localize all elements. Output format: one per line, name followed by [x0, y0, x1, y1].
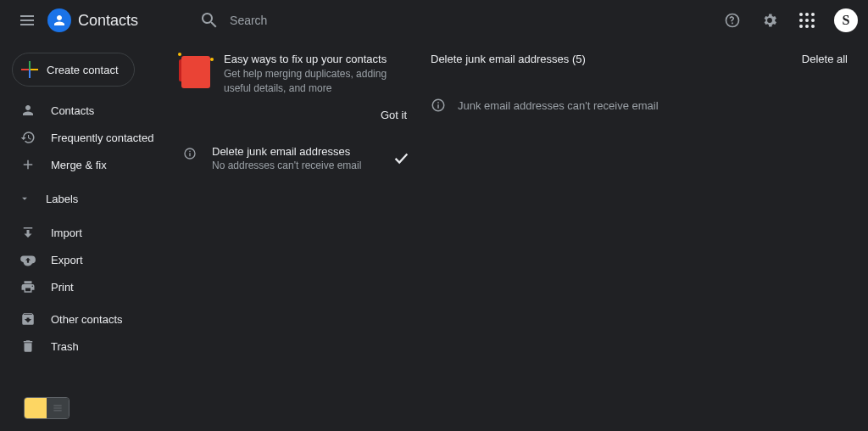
person-icon — [20, 103, 36, 118]
promo-subtitle: Get help merging duplicates, adding usef… — [224, 67, 410, 97]
app-logo[interactable]: Contacts — [47, 8, 138, 32]
sidebar-item-import[interactable]: Import — [0, 219, 163, 246]
info-message: Junk email addresses can't receive email — [431, 98, 848, 113]
sidebar-item-label: Merge & fix — [51, 159, 107, 171]
sidebar-labels-toggle[interactable]: Labels — [0, 183, 170, 214]
create-contact-label: Create contact — [47, 64, 119, 76]
keep-note-icon — [25, 398, 47, 418]
promo-title: Easy ways to fix up your contacts — [224, 53, 410, 65]
delete-all-button[interactable]: Delete all — [802, 53, 848, 65]
contacts-logo-icon — [47, 8, 71, 32]
settings-button[interactable] — [754, 5, 785, 36]
sidebar-item-label: Print — [51, 281, 74, 294]
sidebar-item-label: Contacts — [51, 104, 94, 117]
print-icon — [20, 279, 36, 294]
trash-icon — [20, 339, 36, 354]
create-contact-button[interactable]: Create contact — [12, 53, 135, 87]
keep-list-icon — [47, 398, 69, 418]
main-menu-button[interactable] — [10, 3, 44, 37]
chevron-down-icon — [19, 193, 31, 204]
account-avatar[interactable]: S — [834, 8, 858, 32]
apps-button[interactable] — [792, 5, 822, 36]
sidebar-item-print[interactable]: Print — [0, 273, 163, 300]
sidebar-item-contacts[interactable]: Contacts — [0, 97, 163, 124]
export-icon — [20, 252, 36, 267]
info-text: Junk email addresses can't receive email — [458, 99, 659, 112]
sidebar-item-label: Export — [51, 254, 83, 266]
sidebar-item-merge-fix[interactable]: Merge & fix — [0, 151, 163, 178]
fix-item-title: Delete junk email addresses — [212, 145, 361, 158]
fix-item-subtitle: No addresses can't receive email — [212, 160, 361, 171]
sidebar-item-label: Other contacts — [51, 313, 123, 326]
promo-got-it-button[interactable]: Got it — [181, 109, 410, 121]
sidebar-item-export[interactable]: Export — [0, 246, 163, 273]
keep-widget[interactable] — [24, 397, 70, 419]
promo-card: Easy ways to fix up your contacts Get he… — [181, 53, 410, 97]
settings-icon — [761, 12, 778, 29]
info-icon — [183, 147, 197, 160]
help-icon — [724, 12, 741, 29]
help-button[interactable] — [717, 5, 748, 36]
sidebar-item-label: Import — [51, 227, 82, 239]
merge-icon — [20, 157, 36, 172]
sidebar-item-label: Trash — [51, 340, 79, 353]
history-icon — [20, 130, 36, 145]
search-icon — [199, 10, 220, 31]
sidebar-item-label: Frequently contacted — [51, 132, 153, 144]
plus-icon — [21, 61, 38, 78]
apps-grid-icon — [799, 13, 815, 28]
sidebar-item-frequently-contacted[interactable]: Frequently contacted — [0, 124, 163, 151]
import-icon — [20, 225, 36, 240]
sidebar-item-other-contacts[interactable]: Other contacts — [0, 305, 163, 333]
sidebar-item-trash[interactable]: Trash — [0, 333, 163, 360]
detail-title: Delete junk email addresses (5) — [431, 53, 586, 65]
archive-icon — [20, 311, 36, 327]
sidebar: Create contact Contacts Frequently conta… — [0, 41, 170, 431]
search-input[interactable] — [230, 14, 484, 27]
info-icon — [431, 98, 446, 113]
promo-illustration — [181, 56, 210, 88]
app-title: Contacts — [78, 12, 138, 30]
sidebar-labels-label: Labels — [46, 193, 78, 205]
checkmark-icon — [392, 145, 410, 170]
hamburger-icon — [20, 15, 34, 25]
fix-item-junk-addresses[interactable]: Delete junk email addresses No addresses… — [181, 145, 410, 171]
